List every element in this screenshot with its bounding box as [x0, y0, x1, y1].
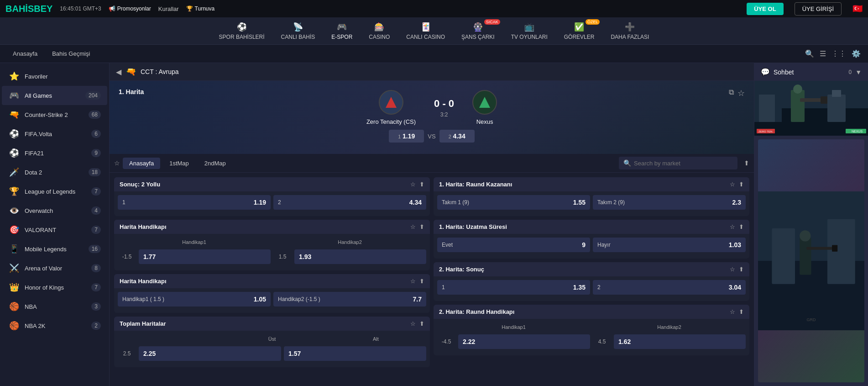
search-icon[interactable]: 🔍 — [805, 49, 814, 58]
m2h-hcap1-btn[interactable]: 2.22 — [458, 334, 590, 349]
tournament-link[interactable]: 🏆 Turnuva — [186, 5, 215, 12]
market-favorite-icon[interactable]: ☆ — [114, 159, 120, 167]
sidebar-item-arena-of-valor[interactable]: ⚔️ Arena of Valor 8 — [2, 259, 107, 278]
market-handicap2-collapse[interactable]: ⬆ — [419, 278, 424, 285]
collapse-all-icon[interactable]: ⬆ — [744, 159, 749, 167]
team2-info: Nexus — [472, 90, 497, 125]
missions-icon: ✅ — [574, 22, 584, 32]
m2h-col1: Handikap1 — [437, 323, 590, 332]
market-map2-title: 2. Harita: Sonuç — [439, 266, 730, 273]
list-icon[interactable]: ☰ — [820, 49, 826, 58]
sidebar-item-fifa-volta[interactable]: ⚽ FIFA.Volta 6 — [2, 124, 107, 143]
market-total-collapse[interactable]: ⬆ — [419, 320, 424, 327]
hcap2-btn[interactable]: 1.93 — [294, 249, 426, 264]
market-m2-collapse[interactable]: ⬆ — [739, 266, 744, 273]
logo[interactable]: BAHİSBEY — [5, 4, 52, 14]
team2-name: Nexus — [476, 118, 493, 125]
nav-sports[interactable]: ⚽ SPOR BAHİSLERİ — [213, 18, 271, 44]
promo-button[interactable]: 📢 Promosyonlar — [109, 5, 151, 12]
hcap2-opt1[interactable]: Handikap1 ( 1.5 ) 1.05 — [118, 292, 271, 307]
total-over-btn[interactable]: 2.25 — [139, 346, 281, 361]
market-m2-star[interactable]: ☆ — [730, 266, 735, 273]
market-sonuc-star[interactable]: ☆ — [410, 181, 416, 188]
back-button[interactable]: ◀ — [116, 68, 121, 76]
stream-extra: GRD — [754, 136, 868, 386]
market-search-input[interactable] — [634, 160, 733, 167]
market-sonuc-body: 1 1.19 2 4.34 — [114, 191, 430, 216]
chat-header[interactable]: 💬 Sohbet 0 ▼ — [754, 63, 868, 81]
rw-opt2[interactable]: Takım 2 (9) 2.3 — [593, 195, 746, 210]
sidebar-item-cs2[interactable]: 🔫 Counter-Strike 2 68 — [2, 105, 107, 124]
ot-opt1[interactable]: Evet 9 — [437, 238, 590, 252]
market-total-star[interactable]: ☆ — [410, 320, 416, 327]
market-map2-result-header: 2. Harita: Sonuç ☆ ⬆ — [434, 262, 749, 276]
tab-1stmap[interactable]: 1stMap — [163, 158, 195, 169]
nav-live-betting[interactable]: 📡 CANLI BAHİS — [275, 18, 322, 44]
sidebar-item-nba2k[interactable]: 🏀 NBA 2K 2 — [2, 316, 107, 335]
nav-lucky-wheel[interactable]: 🎡 ŞANS ÇARKI SICAK — [455, 18, 501, 44]
tab-anasayfa[interactable]: Anasayfa — [123, 158, 160, 169]
language-flag[interactable]: 🇹🇷 — [852, 4, 863, 14]
nav-casino[interactable]: 🎰 CASINO — [362, 18, 396, 44]
subnav-history[interactable]: Bahis Geçmişi — [47, 48, 95, 59]
market-ot-collapse[interactable]: ⬆ — [739, 223, 744, 230]
market-total-title: Toplam Haritalar — [120, 320, 410, 327]
ot-opt2[interactable]: Hayır 1.03 — [593, 238, 746, 252]
sidebar-item-overwatch[interactable]: 👁️ Overwatch 4 — [2, 201, 107, 220]
m2h-hcap2-btn[interactable]: 1.62 — [614, 334, 746, 349]
sidebar-item-lol[interactable]: 🏆 League of Legends 7 — [2, 182, 107, 201]
nav-missions[interactable]: ✅ GÖREVLER ÖZEL — [558, 18, 601, 44]
market-sonuc-opt2[interactable]: 2 4.34 — [273, 195, 426, 210]
sidebar-item-nba[interactable]: 🏀 NBA 3 — [2, 297, 107, 316]
market-rw-collapse[interactable]: ⬆ — [739, 181, 744, 188]
nav-missions-label: GÖREVLER — [564, 34, 595, 40]
market-handicap1-collapse[interactable]: ⬆ — [419, 223, 424, 230]
subnav-home[interactable]: Anasayfa — [7, 48, 43, 59]
tab-2ndmap[interactable]: 2ndMap — [198, 158, 232, 169]
register-button[interactable]: ÜYE OL — [747, 3, 783, 15]
hcap1-btn[interactable]: 1.77 — [139, 249, 271, 264]
svg-text:ZERO TEN.: ZERO TEN. — [758, 130, 773, 133]
market-ot-star[interactable]: ☆ — [730, 223, 735, 230]
chat-chevron-icon[interactable]: ▼ — [855, 69, 862, 76]
settings-icon[interactable]: ⚙️ — [852, 49, 861, 58]
market-m2h-star[interactable]: ☆ — [730, 308, 735, 315]
nav-more[interactable]: ➕ DAHA FAZLASI — [604, 18, 655, 44]
sidebar-item-dota2[interactable]: 🗡️ Dota 2 18 — [2, 163, 107, 182]
logo-bey: BEY — [34, 4, 52, 14]
all-games-icon: 🎮 — [8, 90, 20, 100]
market-m2h-collapse[interactable]: ⬆ — [739, 308, 744, 315]
market-handicap2-star[interactable]: ☆ — [410, 278, 416, 285]
sidebar-item-fifa21[interactable]: ⚽ FIFA21 9 — [2, 143, 107, 163]
rules-link[interactable]: Kurallar — [158, 5, 179, 12]
overwatch-icon: 👁️ — [8, 206, 20, 216]
sidebar-item-all-games[interactable]: 🎮 All Games 204 — [2, 86, 107, 105]
sidebar-item-honor-of-kings[interactable]: 👑 Honor of Kings 7 — [2, 278, 107, 297]
team1-odds-button[interactable]: 1 1.19 — [389, 130, 424, 143]
sidebar-lol-count: 7 — [91, 187, 101, 196]
nav-live-betting-label: CANLI BAHİS — [281, 34, 315, 40]
m2-opt2[interactable]: 2 3.04 — [593, 280, 746, 295]
market-rw-star[interactable]: ☆ — [730, 181, 735, 188]
hcap1-label: -1.5 — [118, 254, 136, 260]
market-handicap1-star[interactable]: ☆ — [410, 223, 416, 230]
megaphone-icon: 📢 — [109, 5, 115, 12]
login-button[interactable]: ÜYE GİRİŞİ — [795, 2, 842, 16]
grid-icon[interactable]: ⋮⋮ — [831, 49, 846, 58]
sidebar-item-mobile-legends[interactable]: 📱 Mobile Legends 16 — [2, 239, 107, 259]
sidebar-item-favorites[interactable]: ⭐ Favoriler — [2, 67, 107, 86]
total-under-btn[interactable]: 1.57 — [284, 346, 426, 361]
rw-opt1[interactable]: Takım 1 (9) 1.55 — [437, 195, 590, 210]
m2-opt1[interactable]: 1 1.35 — [437, 280, 590, 295]
nav-live-casino[interactable]: 🃏 CANLI CASINO — [400, 18, 451, 44]
hcap2-opt2[interactable]: Handikap2 (-1.5 ) 7.7 — [273, 292, 426, 307]
market-sonuc-opt1[interactable]: 1 1.19 — [118, 195, 271, 210]
total-line: 2.5 — [118, 350, 136, 357]
sidebar-item-valorant[interactable]: 🎯 VALORANT 7 — [2, 220, 107, 239]
nav-tv-games[interactable]: 📺 TV OYUNLARI — [505, 18, 554, 44]
market-sonuc-collapse[interactable]: ⬆ — [419, 181, 424, 188]
rw-opt2-odd: 2.3 — [732, 199, 741, 206]
team2-odds-button[interactable]: 2 4.34 — [439, 130, 475, 143]
nav-esports[interactable]: 🎮 E-SPOR — [325, 18, 359, 44]
svg-marker-0 — [386, 97, 397, 108]
